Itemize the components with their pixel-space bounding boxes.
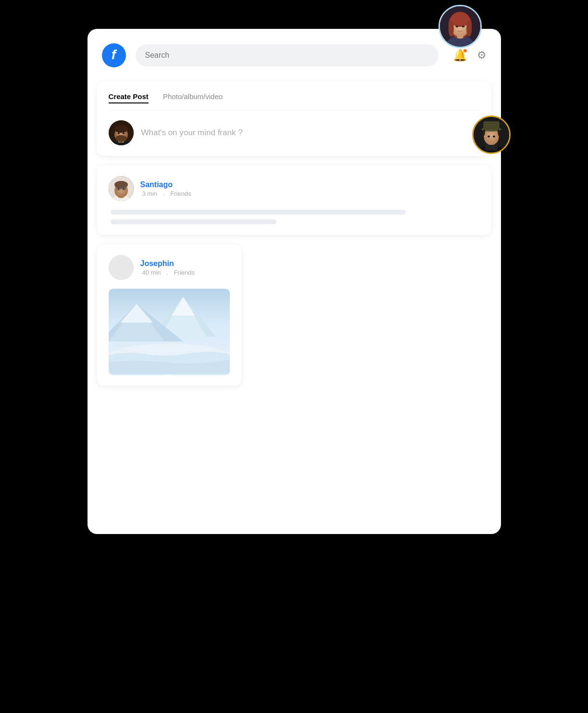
fb-letter: f (112, 48, 116, 62)
post-card-josephin: Josephin 40 min . Friends (97, 244, 241, 386)
settings-icon[interactable]: ⚙ (477, 49, 487, 62)
josephin-time: 40 min (142, 269, 161, 276)
page-wrapper: f 🔔 ⚙ Create Post Photo/album/video (88, 10, 501, 539)
santiago-meta: 3 min . Friends (140, 190, 193, 197)
josephin-meta: 40 min . Friends (140, 269, 197, 276)
santiago-info: Santiago 3 min . Friends (140, 180, 193, 197)
josephin-info: Josephin 40 min . Friends (140, 259, 197, 276)
content-line-2 (111, 219, 277, 224)
josephin-author-row: Josephin 40 min . Friends (109, 255, 230, 280)
svg-point-34 (114, 181, 128, 189)
josephin-audience: Friends (174, 269, 194, 276)
header-icons: 🔔 ⚙ (453, 49, 487, 62)
svg-point-26 (115, 135, 127, 142)
santiago-author-row: Santiago 3 min . Friends (109, 176, 480, 201)
user-avatar-image-right (474, 117, 509, 153)
facebook-logo[interactable]: f (102, 43, 126, 67)
santiago-dot: . (163, 190, 165, 197)
josephin-avatar (109, 255, 134, 280)
santiago-time: 3 min (142, 190, 158, 197)
frank-avatar (109, 120, 134, 145)
content-line-1 (111, 210, 406, 215)
avatar-right-middle[interactable] (472, 115, 511, 154)
bell-button[interactable]: 🔔 (453, 49, 467, 62)
josephin-name[interactable]: Josephin (140, 259, 197, 268)
josephin-post-image (109, 289, 230, 375)
svg-point-8 (455, 25, 458, 27)
svg-point-28 (118, 133, 120, 134)
post-input-placeholder[interactable]: What's on your mind frank ? (141, 128, 243, 138)
svg-point-20 (488, 136, 490, 138)
create-post-input-row: What's on your mind frank ? (109, 120, 480, 145)
svg-point-9 (462, 25, 464, 27)
snow-mountain (109, 289, 230, 375)
josephin-dot: . (166, 269, 168, 276)
svg-point-6 (448, 21, 453, 37)
create-post-tabs: Create Post Photo/album/video (109, 92, 480, 111)
user-avatar-image-top (440, 6, 480, 47)
santiago-content (109, 210, 480, 224)
svg-point-29 (123, 133, 125, 134)
avatar-top-right[interactable] (438, 5, 482, 48)
tab-photo-album[interactable]: Photo/album/video (163, 92, 223, 103)
notification-dot (463, 49, 467, 53)
svg-point-38 (118, 188, 119, 189)
svg-point-7 (466, 21, 472, 37)
post-card-santiago: Santiago 3 min . Friends (97, 166, 491, 235)
svg-point-39 (123, 188, 125, 189)
tab-create-post[interactable]: Create Post (109, 92, 149, 103)
santiago-name[interactable]: Santiago (140, 180, 193, 189)
search-bar (136, 44, 438, 66)
svg-rect-40 (109, 255, 134, 280)
search-input[interactable] (136, 44, 438, 66)
main-card: f 🔔 ⚙ Create Post Photo/album/video (88, 29, 501, 534)
svg-point-21 (493, 136, 495, 138)
create-post-card: Create Post Photo/album/video (97, 82, 491, 156)
svg-point-27 (114, 125, 128, 133)
header: f 🔔 ⚙ (97, 43, 491, 67)
santiago-audience: Friends (170, 190, 191, 197)
santiago-avatar (109, 176, 134, 201)
